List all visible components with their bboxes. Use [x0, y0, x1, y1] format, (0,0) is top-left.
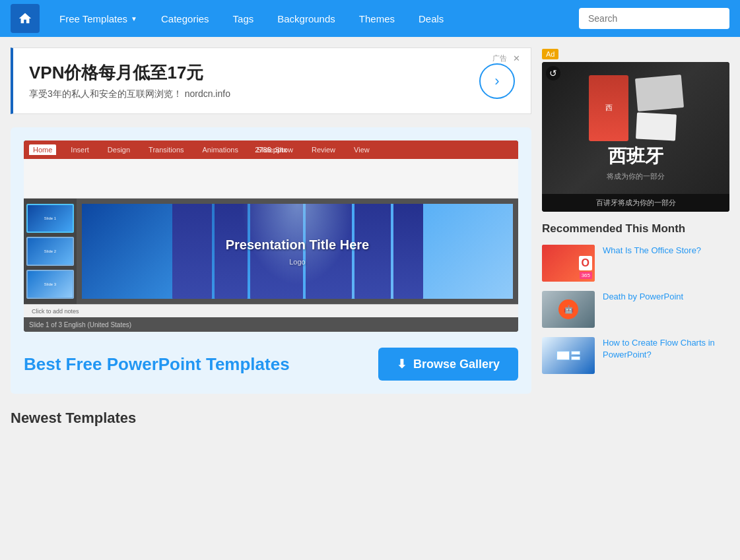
ppt-tab-insert[interactable]: Insert	[67, 144, 93, 155]
ad-subtext: 享受3年的私人和安全的互联网浏览！ nordcn.info	[29, 88, 230, 100]
ppt-ribbon: 2786.pptx Home Insert Design Transitions…	[24, 140, 518, 159]
nav-free-templates[interactable]: Free Templates ▼	[48, 0, 149, 37]
home-icon	[18, 11, 32, 26]
home-button[interactable]	[11, 4, 40, 33]
hero-bottom: Best Free PowerPoint Templates ⬇ Browse …	[24, 342, 518, 381]
ad-text: VPN价格每月低至17元 享受3年的私人和安全的互联网浏览！ nordcn.in…	[29, 61, 230, 100]
nav-categories[interactable]: Categories	[149, 0, 221, 37]
ppt-workspace: 1 Slide 1 2 Slide 2 3 Slide 3	[24, 199, 518, 304]
ad-image-placeholder: 西 西班牙 将成为你的一部分	[542, 62, 729, 194]
ppt-tab-transitions[interactable]: Transitions	[145, 144, 187, 155]
recommended-section: Recommended This Month O 365 What Is The…	[542, 222, 729, 374]
ppt-slide-2[interactable]: 2 Slide 2	[26, 237, 74, 266]
sidebar-ad: Ad ↺ 西 西班牙 将成为你的一部分 百讲牙将成为你的一部分	[542, 47, 729, 212]
sidebar: Ad ↺ 西 西班牙 将成为你的一部分 百讲牙将成为你的一部分	[542, 37, 740, 437]
ad-text-sub: 将成为你的一部分	[607, 171, 665, 181]
ppt-tab-review[interactable]: Review	[308, 144, 339, 155]
ppt-tab-design[interactable]: Design	[104, 144, 134, 155]
ppt-add-notes: Click to add notes	[32, 308, 79, 315]
hero-title: Best Free PowerPoint Templates	[24, 354, 290, 375]
ppt-mockup: 2786.pptx Home Insert Design Transitions…	[24, 140, 518, 332]
dropdown-arrow-icon: ▼	[131, 15, 137, 22]
nav-deals[interactable]: Deals	[407, 0, 455, 37]
ppt-status-bar: Slide 1 of 3 English (United States)	[24, 317, 518, 332]
hero-section: 2786.pptx Home Insert Design Transitions…	[11, 127, 531, 394]
rec-thumb-2: 🤖	[542, 291, 595, 328]
ppt-tab-animations[interactable]: Animations	[199, 144, 242, 155]
ppt-tab-home[interactable]: Home	[29, 144, 56, 155]
ppt-slide-3[interactable]: 3 Slide 3	[26, 270, 74, 299]
ad-close-button[interactable]: ✕	[513, 53, 520, 63]
newest-templates-heading: Newest Templates	[11, 410, 531, 427]
slide-logo: Logo	[226, 258, 369, 266]
recommended-title: Recommended This Month	[542, 222, 729, 235]
main-content: 广告 ✕ VPN价格每月低至17元 享受3年的私人和安全的互联网浏览！ nord…	[0, 37, 542, 437]
ppt-slide-1[interactable]: 1 Slide 1	[26, 204, 74, 233]
nav-backgrounds[interactable]: Backgrounds	[265, 0, 347, 37]
browse-gallery-button[interactable]: ⬇ Browse Gallery	[378, 348, 518, 381]
ad-refresh-button[interactable]: ↺	[546, 66, 560, 80]
browse-btn-label: Browse Gallery	[413, 358, 500, 371]
ppt-status-text: Slide 1 of 3 English (United States)	[29, 321, 131, 328]
rec-link-2[interactable]: Death by PowerPoint	[603, 291, 683, 303]
search-input[interactable]	[579, 8, 729, 29]
rec-thumb-3	[542, 337, 595, 374]
ad-banner: 广告 ✕ VPN价格每月低至17元 享受3年的私人和安全的互联网浏览！ nord…	[11, 47, 531, 114]
ppt-main-slide-canvas: Presentation Title Here Logo	[82, 204, 513, 299]
slide-background: Presentation Title Here Logo	[82, 204, 513, 299]
ad-arrow-button[interactable]: ›	[479, 63, 515, 99]
rec-thumb-1: O 365	[542, 245, 595, 282]
slide-text-overlay: Presentation Title Here Logo	[226, 237, 369, 266]
ad-label: 广告	[492, 53, 507, 63]
ppt-tab-view[interactable]: View	[350, 144, 374, 155]
nav-themes[interactable]: Themes	[347, 0, 407, 37]
rec-item-3: How to Create Flow Charts in PowerPoint?	[542, 337, 729, 374]
rec-link-3[interactable]: How to Create Flow Charts in PowerPoint?	[603, 337, 729, 361]
ppt-toolbar	[24, 159, 518, 199]
download-icon: ⬇	[397, 357, 407, 371]
rec-link-1[interactable]: What Is The Office Store?	[603, 245, 701, 257]
ad-headline: VPN价格每月低至17元	[29, 61, 230, 84]
ad-caption: 百讲牙将成为你的一部分	[542, 194, 729, 212]
ppt-slides-panel: 1 Slide 1 2 Slide 2 3 Slide 3	[24, 199, 77, 304]
ppt-notes-bar: Click to add notes	[24, 304, 518, 317]
slide-title: Presentation Title Here	[226, 237, 369, 253]
ppt-filename: 2786.pptx	[255, 146, 286, 154]
nav-tags[interactable]: Tags	[221, 0, 266, 37]
sidebar-ad-image: ↺ 西 西班牙 将成为你的一部分 百讲牙将成为你的一部分	[542, 62, 729, 212]
sidebar-ad-label: Ad	[542, 49, 558, 59]
navigation: Free Templates ▼ Categories Tags Backgro…	[0, 0, 740, 37]
rec-item-2: 🤖 Death by PowerPoint	[542, 291, 729, 328]
ad-text-main: 西班牙	[608, 144, 663, 169]
rec-item-1: O 365 What Is The Office Store?	[542, 245, 729, 282]
